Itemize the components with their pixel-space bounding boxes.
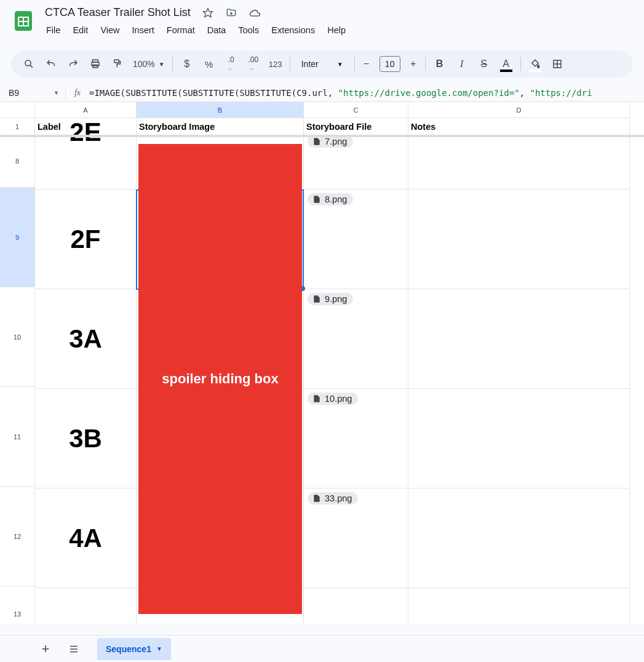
row-header[interactable]: 11 xyxy=(0,387,35,487)
increase-decimal-icon[interactable]: .00→ xyxy=(243,54,264,74)
spreadsheet-grid[interactable]: A B C D 1 8910111213 Label Storyboard Im… xyxy=(0,102,644,624)
cell-label[interactable]: 4A xyxy=(35,489,137,588)
table-row: 3B10.png xyxy=(35,389,644,489)
increase-font-icon[interactable]: + xyxy=(405,56,421,72)
cell-notes[interactable] xyxy=(408,137,630,189)
table-row: 4A33.png xyxy=(35,489,644,588)
more-formats-icon[interactable]: 123 xyxy=(265,54,286,74)
move-folder-icon[interactable] xyxy=(224,6,239,20)
cell-label[interactable] xyxy=(35,588,137,624)
row-header[interactable]: 8 xyxy=(0,135,35,188)
paint-format-icon[interactable] xyxy=(107,54,128,74)
cell-notes[interactable] xyxy=(408,588,630,624)
cell-label[interactable]: 3B xyxy=(35,389,137,489)
print-icon[interactable] xyxy=(85,54,106,74)
table-row: 3A9.png xyxy=(35,289,644,389)
add-sheet-icon[interactable]: + xyxy=(33,638,58,660)
cell-notes[interactable] xyxy=(408,389,630,489)
sheet-tab-sequence1[interactable]: Sequence1 ▼ xyxy=(97,638,171,660)
menu-edit[interactable]: Edit xyxy=(67,23,93,38)
table-row: 2E7.png xyxy=(35,137,644,189)
separator xyxy=(172,57,173,71)
row-header-1[interactable]: 1 xyxy=(0,118,35,135)
undo-icon[interactable] xyxy=(41,54,62,74)
spoiler-label: spoiler hiding box xyxy=(162,371,278,387)
menu-format[interactable]: Format xyxy=(161,23,201,38)
name-box[interactable]: B9▼ xyxy=(0,88,65,98)
column-headers: A B C D xyxy=(35,102,630,118)
cell-notes[interactable] xyxy=(408,189,630,289)
col-header-b[interactable]: B xyxy=(137,102,304,118)
formula-input[interactable]: =IMAGE(SUBSTITUTE(SUBSTITUTE(SUBSTITUTE(… xyxy=(89,88,592,98)
row-header[interactable]: 9 xyxy=(0,188,35,287)
separator xyxy=(354,57,355,71)
menu-file[interactable]: File xyxy=(41,23,66,38)
row-header[interactable]: 10 xyxy=(0,287,35,387)
row-headers: 1 8910111213 xyxy=(0,118,35,624)
cell-notes[interactable] xyxy=(408,489,630,588)
spoiler-overlay: spoiler hiding box xyxy=(138,144,302,614)
cell-storyboard-file[interactable]: 8.png xyxy=(304,189,408,289)
currency-icon[interactable]: $ xyxy=(177,54,197,74)
cell-storyboard-file[interactable] xyxy=(304,588,408,624)
redo-icon[interactable] xyxy=(63,54,84,74)
row-header[interactable]: 13 xyxy=(0,586,35,624)
font-select[interactable]: Inter▼ xyxy=(294,59,351,69)
shot-label xyxy=(35,588,136,624)
decrease-decimal-icon[interactable]: .0← xyxy=(221,54,242,74)
file-chip[interactable]: 33.png xyxy=(308,492,358,504)
menu-data[interactable]: Data xyxy=(202,23,232,38)
zoom-select[interactable]: 100%▼ xyxy=(129,59,169,69)
file-chip[interactable]: 7.png xyxy=(308,135,353,148)
file-chip[interactable]: 8.png xyxy=(308,193,353,205)
svg-rect-10 xyxy=(114,60,119,63)
decrease-font-icon[interactable]: − xyxy=(359,56,375,72)
cell-storyboard-file[interactable]: 10.png xyxy=(304,389,408,489)
separator xyxy=(425,57,426,71)
menu-extensions[interactable]: Extensions xyxy=(266,23,320,38)
cell-label[interactable]: 3A xyxy=(35,289,137,389)
star-icon[interactable] xyxy=(201,6,215,20)
text-color-icon[interactable]: A xyxy=(496,54,517,74)
chevron-down-icon: ▼ xyxy=(159,61,165,68)
shot-label: 2F xyxy=(35,189,136,289)
cell-storyboard-file[interactable]: 9.png xyxy=(304,289,408,389)
cell-storyboard-file[interactable]: 33.png xyxy=(304,489,408,588)
strikethrough-icon[interactable]: S xyxy=(474,54,495,74)
sheets-app-icon[interactable] xyxy=(11,9,36,33)
doc-title[interactable]: CTCA Teaser Trailer Shot List xyxy=(42,5,193,20)
chevron-down-icon: ▼ xyxy=(54,90,59,96)
italic-icon[interactable]: I xyxy=(451,54,472,74)
frozen-row-divider[interactable] xyxy=(0,135,644,137)
borders-icon[interactable] xyxy=(547,54,568,74)
menu-help[interactable]: Help xyxy=(322,23,351,38)
all-sheets-icon[interactable] xyxy=(62,638,86,660)
font-size-input[interactable]: 10 xyxy=(380,56,400,72)
separator xyxy=(520,57,521,71)
select-all-corner[interactable] xyxy=(0,102,35,118)
header-storyboard-image[interactable]: Storyboard Image xyxy=(137,118,304,135)
file-chip[interactable]: 9.png xyxy=(308,293,353,305)
col-header-d[interactable]: D xyxy=(408,102,630,118)
chevron-down-icon: ▼ xyxy=(156,645,162,652)
header-storyboard-file[interactable]: Storyboard File xyxy=(304,118,408,135)
cell-label[interactable]: 2F xyxy=(35,189,137,289)
title-bar: CTCA Teaser Trailer Shot List File Edit … xyxy=(0,0,644,46)
cell-label[interactable]: 2E xyxy=(35,137,137,189)
menu-tools[interactable]: Tools xyxy=(233,23,264,38)
cloud-status-icon[interactable] xyxy=(247,6,262,20)
menu-insert[interactable]: Insert xyxy=(127,23,160,38)
cell-storyboard-file[interactable]: 7.png xyxy=(304,137,408,189)
col-header-a[interactable]: A xyxy=(35,102,137,118)
percent-icon[interactable]: % xyxy=(199,54,220,74)
col-header-c[interactable]: C xyxy=(304,102,408,118)
search-menus-icon[interactable] xyxy=(18,54,39,74)
header-notes[interactable]: Notes xyxy=(408,118,630,135)
bold-icon[interactable]: B xyxy=(429,54,450,74)
menu-view[interactable]: View xyxy=(95,23,125,38)
cell-notes[interactable] xyxy=(408,289,630,389)
file-chip[interactable]: 10.png xyxy=(308,393,358,405)
row-header[interactable]: 12 xyxy=(0,487,35,586)
svg-line-6 xyxy=(30,65,33,68)
fill-color-icon[interactable] xyxy=(525,54,546,74)
